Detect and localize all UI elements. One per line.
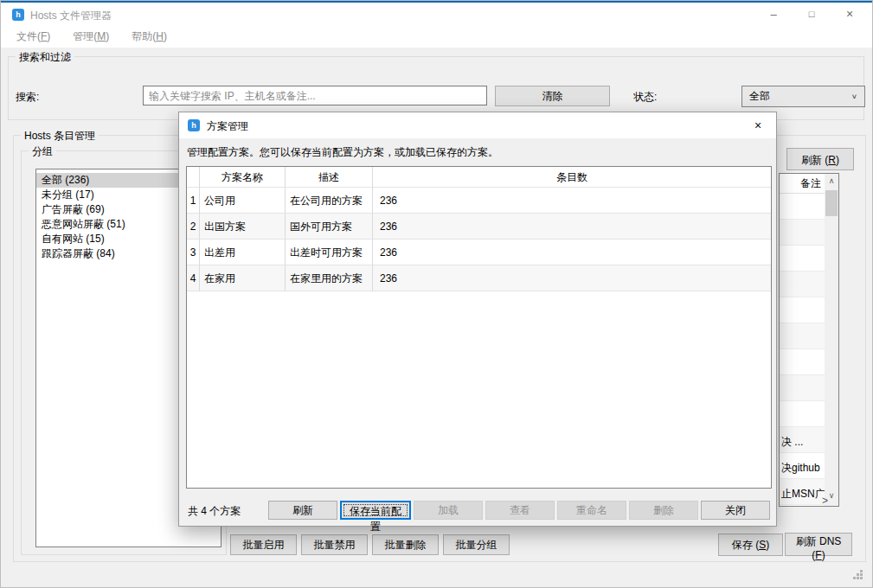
entry-remark-partial: 决 ... <box>781 435 803 450</box>
minimize-button[interactable]: – <box>754 3 793 26</box>
schemes-table[interactable]: 方案名称 描述 条目数 1 公司用 在公司用的方案 236 2 出国方案 国外可… <box>186 166 772 489</box>
clear-search-button[interactable]: 清除 <box>495 86 610 106</box>
menu-file-suffix: ) <box>47 30 50 42</box>
row-number: 1 <box>187 188 200 214</box>
scheme-desc: 出差时可用方案 <box>286 240 373 265</box>
batch-enable-button[interactable]: 批量启用 <box>230 534 297 555</box>
dialog-refresh-button[interactable]: 刷新 <box>268 501 337 520</box>
entries-rows-fragment <box>780 194 825 506</box>
table-row[interactable]: 2 出国方案 国外可用方案 236 <box>187 214 771 240</box>
menu-file[interactable]: 文件(F) <box>10 27 57 47</box>
save-button-suffix: ) <box>766 539 769 551</box>
rename-scheme-button[interactable]: 重命名 <box>557 501 626 520</box>
scheme-count: 236 <box>373 188 771 214</box>
menu-manage-label: 管理( <box>73 30 97 42</box>
scheme-name: 出差用 <box>200 240 286 265</box>
search-filter-legend: 搜索和过滤 <box>16 50 74 65</box>
scheme-name: 在家用 <box>200 265 286 291</box>
dialog-titlebar[interactable]: h 方案管理 × <box>179 112 776 138</box>
table-row[interactable]: 4 在家用 在家里用的方案 236 <box>187 265 771 291</box>
dialog-description: 管理配置方案。您可以保存当前配置为方案，或加载已保存的方案。 <box>187 145 498 160</box>
scheme-desc-header[interactable]: 描述 <box>286 167 373 188</box>
batch-delete-button[interactable]: 批量删除 <box>372 534 439 555</box>
refresh-entries-mnemonic: R <box>828 154 836 166</box>
status-select[interactable]: 全部 ∨ <box>741 86 865 107</box>
menu-manage[interactable]: 管理(M) <box>66 27 116 47</box>
dialog-app-icon: h <box>188 119 200 131</box>
refresh-entries-label: 刷新 ( <box>801 154 828 166</box>
table-row[interactable]: 3 出差用 出差时可用方案 236 <box>187 240 771 265</box>
batch-group-button[interactable]: 批量分组 <box>443 534 510 555</box>
entries-table-fragment: 备注 决 ... 决github 止MSN广告 ∧ ∨ <box>779 173 839 507</box>
search-label: 搜索: <box>16 90 39 105</box>
chevron-down-icon: ∨ <box>851 93 857 100</box>
groups-legend: 分组 <box>29 144 56 159</box>
resize-grip[interactable] <box>853 570 863 580</box>
row-number-header <box>187 167 200 188</box>
scheme-manager-dialog: h 方案管理 × 管理配置方案。您可以保存当前配置为方案，或加载已保存的方案。 … <box>178 112 777 527</box>
menu-help[interactable]: 帮助(H) <box>125 27 174 47</box>
view-scheme-button[interactable]: 查看 <box>485 501 555 520</box>
menu-help-mnemonic: H <box>156 30 164 42</box>
save-button-label: 保存 ( <box>732 539 759 551</box>
scheme-desc: 国外可用方案 <box>286 214 373 240</box>
scheme-desc: 在家里用的方案 <box>286 265 373 291</box>
save-current-config-button[interactable]: 保存当前配置 <box>340 501 411 520</box>
flush-dns-mnemonic: F <box>815 549 821 561</box>
vertical-scrollbar[interactable]: ∧ ∨ <box>825 174 838 506</box>
row-number: 4 <box>187 265 200 291</box>
scheme-count: 236 <box>373 214 771 240</box>
menu-help-suffix: ) <box>164 30 167 42</box>
titlebar[interactable]: h Hosts 文件管理器 – □ × <box>1 3 872 26</box>
scroll-up-icon[interactable]: ∧ <box>825 174 838 188</box>
row-number: 2 <box>187 214 200 240</box>
window-title: Hosts 文件管理器 <box>30 9 112 23</box>
schemes-table-header: 方案名称 描述 条目数 <box>187 167 771 188</box>
status-label: 状态: <box>633 90 657 105</box>
scrollbar-thumb[interactable] <box>825 190 838 216</box>
batch-disable-button[interactable]: 批量禁用 <box>301 534 368 555</box>
flush-dns-suffix: ) <box>822 549 825 561</box>
scheme-name-header[interactable]: 方案名称 <box>200 167 286 188</box>
menu-help-label: 帮助( <box>132 30 156 42</box>
save-button[interactable]: 保存 (S) <box>718 534 783 556</box>
scheme-name: 出国方案 <box>200 214 286 240</box>
dialog-buttons-row: 刷新 保存当前配置 加载 查看 重命名 删除 关闭 <box>268 501 770 520</box>
scheme-name: 公司用 <box>200 188 286 214</box>
row-number: 3 <box>187 240 200 265</box>
menu-file-label: 文件( <box>16 30 41 42</box>
dialog-close-icon[interactable]: × <box>740 112 776 138</box>
main-window: h Hosts 文件管理器 – □ × 文件(F) 管理(M) 帮助(H) 搜索… <box>0 0 873 588</box>
scheme-desc: 在公司用的方案 <box>286 188 373 214</box>
hosts-entries-legend: Hosts 条目管理 <box>21 129 99 144</box>
maximize-button[interactable]: □ <box>793 3 831 26</box>
search-input[interactable] <box>143 86 487 105</box>
load-scheme-button[interactable]: 加载 <box>414 501 483 520</box>
scheme-count-summary: 共 4 个方案 <box>188 504 241 519</box>
menu-manage-mnemonic: M <box>97 30 106 42</box>
refresh-entries-button[interactable]: 刷新 (R) <box>786 148 854 170</box>
status-select-value: 全部 <box>749 89 770 104</box>
close-button[interactable]: × <box>831 3 869 26</box>
table-row[interactable]: 1 公司用 在公司用的方案 236 <box>187 188 771 214</box>
scheme-count: 236 <box>373 240 771 265</box>
entry-remark-partial: 决github <box>781 461 820 476</box>
search-filter-group: 搜索和过滤 搜索: 清除 状态: 全部 ∨ <box>8 56 864 120</box>
menu-manage-suffix: ) <box>106 30 109 42</box>
save-button-mnemonic: S <box>759 539 766 551</box>
refresh-entries-suffix: ) <box>836 154 839 166</box>
scheme-count-header[interactable]: 条目数 <box>373 167 771 188</box>
flush-dns-button[interactable]: 刷新 DNS (F) <box>785 533 852 556</box>
menubar: 文件(F) 管理(M) 帮助(H) <box>1 26 872 48</box>
dialog-title: 方案管理 <box>207 119 248 134</box>
scroll-right-icon[interactable]: > <box>822 495 828 507</box>
app-icon: h <box>12 9 24 21</box>
scheme-count: 236 <box>373 265 771 291</box>
batch-buttons-row: 批量启用 批量禁用 批量删除 批量分组 <box>230 534 510 555</box>
remark-column-header[interactable]: 备注 <box>780 174 825 194</box>
delete-scheme-button[interactable]: 删除 <box>629 501 698 520</box>
dialog-close-button[interactable]: 关闭 <box>701 501 770 520</box>
